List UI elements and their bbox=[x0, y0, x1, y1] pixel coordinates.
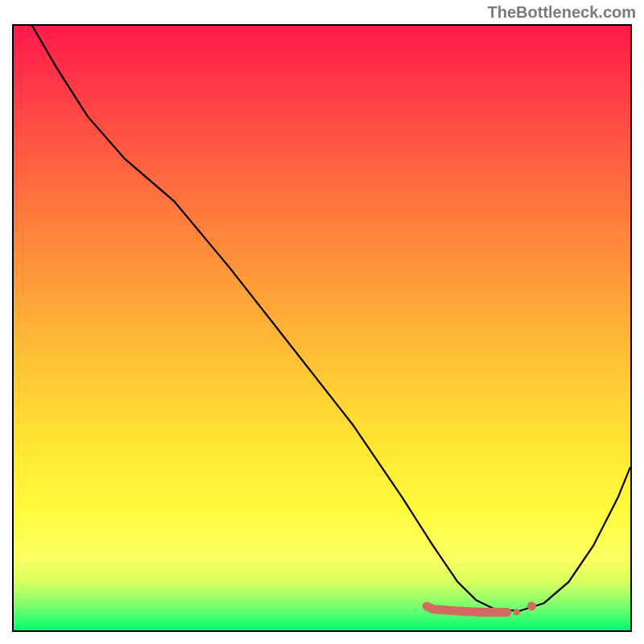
marker-dot bbox=[527, 602, 536, 611]
chart-container: TheBottleneck.com bbox=[0, 0, 644, 644]
bottleneck-curve-svg bbox=[14, 26, 630, 630]
marker-run bbox=[427, 606, 507, 613]
attribution-label: TheBottleneck.com bbox=[488, 3, 636, 22]
plot-area bbox=[12, 24, 632, 632]
marker-dot bbox=[514, 609, 520, 616]
highlight-markers bbox=[427, 602, 536, 616]
bottleneck-curve-path bbox=[32, 26, 630, 611]
